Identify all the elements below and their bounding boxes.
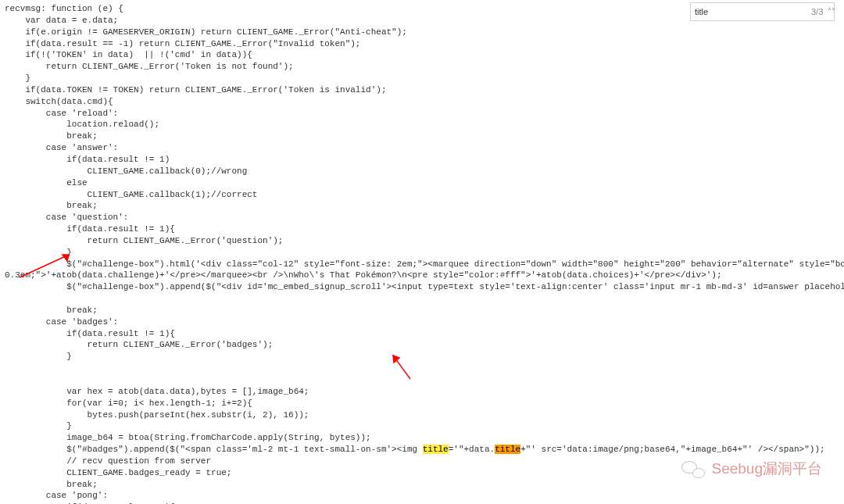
code-view: recvmsg: function (e) { var data = e.dat… (0, 0, 844, 504)
find-input[interactable] (691, 7, 806, 16)
find-next-button[interactable]: ˅ (831, 6, 835, 17)
find-count: 3/3 (806, 6, 828, 18)
watermark: Seebug漏洞平台 (681, 459, 822, 479)
watermark-text: Seebug漏洞平台 (711, 459, 822, 479)
wechat-icon (681, 459, 705, 478)
find-bar: 3/3 ˄ ˅ (690, 2, 835, 21)
